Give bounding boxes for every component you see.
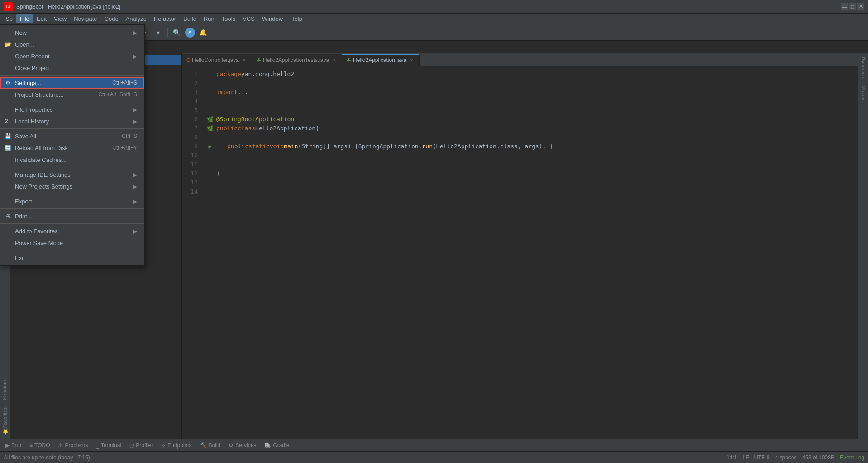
menu-item-open-recent-label: Open Recent [15, 53, 131, 60]
menu-springboot[interactable]: Sp [2, 14, 16, 23]
menu-item-file-properties-label: File Properties [15, 106, 131, 113]
bottom-tab-services[interactable]: ⚙ Services [225, 440, 260, 451]
toolbar-more-btn[interactable]: ▾ [152, 26, 165, 39]
menu-item-settings-shortcut: Ctrl+Alt+S [112, 80, 137, 86]
sidebar-favorites-label[interactable]: ⭐ Favorites [0, 404, 10, 439]
line-numbers: 1 2 3 4 5 6 7 8 9 10 11 12 13 14 [182, 66, 200, 439]
gradle-tab-icon: 🐘 [264, 442, 271, 449]
code-line-3: import ... [205, 88, 853, 97]
bottom-tab-gradle[interactable]: 🐘 Gradle [261, 440, 293, 451]
reload-icon: 🔄 [4, 144, 11, 151]
menu-item-reload[interactable]: 🔄 Reload All from Disk Ctrl+Alt+Y [0, 142, 144, 154]
build-tab-label: Build [209, 442, 221, 449]
menu-item-local-history[interactable]: 2 Local History ▶ [0, 115, 144, 127]
run-arrow-9[interactable]: ▶ [208, 142, 211, 151]
menu-item-add-favorites[interactable]: Add to Favorites ▶ [0, 225, 144, 237]
separator-4 [0, 167, 144, 167]
bottom-tab-todo[interactable]: ≡ TODO [26, 440, 53, 451]
local-history-badge: 2 [5, 118, 8, 124]
menu-navigate[interactable]: Navigate [70, 14, 100, 23]
menu-item-print[interactable]: 🖨 Print... [0, 210, 144, 222]
right-sidebar-maven[interactable]: Maven [858, 82, 868, 104]
code-line-2 [205, 79, 853, 88]
menu-window[interactable]: Window [258, 14, 286, 23]
menu-code[interactable]: Code [101, 14, 122, 23]
menu-item-file-properties[interactable]: File Properties ▶ [0, 104, 144, 115]
profiler-tab-icon: ◷ [129, 442, 134, 449]
menu-item-open[interactable]: 📂 Open... [0, 38, 144, 50]
bottom-tab-endpoints[interactable]: ⊹ Endpoints [157, 440, 195, 451]
separator-1 [0, 75, 144, 76]
menu-analyze[interactable]: Analyze [122, 14, 150, 23]
tab-controller-close[interactable]: ✕ [241, 57, 247, 63]
settings-icon: ⚙ [4, 79, 11, 86]
run-tab-label: Run [11, 442, 21, 449]
bottom-tab-build[interactable]: 🔨 Build [196, 440, 224, 451]
menu-item-open-recent[interactable]: Open Recent ▶ [0, 50, 144, 62]
tab-hello2-app[interactable]: ☘ Hello2Application.java ✕ [342, 54, 420, 66]
profiler-tab-label: Profiler [136, 442, 153, 449]
menu-item-manage-ide[interactable]: Manage IDE Settings ▶ [0, 169, 144, 180]
status-right: 14:1 LF UTF-8 4 spaces 453 of 1008B Even… [721, 454, 864, 461]
toolbar-search-btn[interactable]: 🔍 [171, 26, 183, 39]
menu-item-local-history-label: Local History [15, 118, 131, 125]
right-vsidebar: Database Maven ✓ [858, 53, 868, 439]
sidebar-structure-label[interactable]: Structure [0, 376, 10, 404]
tab-tests-close[interactable]: ✕ [331, 57, 337, 63]
bottom-tab-problems[interactable]: ⚠ Problems [54, 440, 91, 451]
status-lf: LF [743, 454, 749, 461]
tab-hello-controller[interactable]: C HelloController.java ✕ [182, 54, 252, 66]
menu-item-close-project-label: Close Project [15, 65, 137, 71]
maximize-button[interactable]: □ [849, 3, 856, 10]
code-line-14 [205, 187, 853, 196]
toolbar-avatar-btn[interactable]: A [185, 28, 195, 38]
menu-item-exit[interactable]: Exit [0, 252, 144, 264]
app-logo: IJ [4, 2, 13, 11]
menu-item-open-label: Open... [15, 41, 137, 48]
code-line-13 [205, 178, 853, 187]
bottom-tab-profiler[interactable]: ◷ Profiler [126, 440, 157, 451]
menu-build[interactable]: Build [180, 14, 200, 23]
menu-file[interactable]: File [16, 14, 33, 23]
menu-item-invalidate[interactable]: Invalidate Caches... [0, 154, 144, 165]
code-content[interactable]: package yan.dong.hello2; import ... [200, 66, 858, 439]
status-position: 14:1 [726, 454, 737, 461]
bottom-tab-run[interactable]: ▶ Run [2, 440, 25, 451]
editor-tabs: C HelloController.java ✕ ☘ Hello2Applica… [182, 53, 858, 66]
bottom-tab-terminal[interactable]: _ Terminal [92, 440, 125, 451]
code-line-8 [205, 133, 853, 142]
menu-item-project-structure[interactable]: Project Structure... Ctrl+Alt+Shift+S [0, 89, 144, 100]
services-tab-icon: ⚙ [229, 442, 234, 449]
menu-item-new-projects-arrow: ▶ [133, 183, 137, 190]
tab-app-close[interactable]: ✕ [408, 57, 415, 63]
menu-item-export-arrow: ▶ [133, 198, 137, 205]
menu-item-settings[interactable]: ⚙ Settings... Ctrl+Alt+S [0, 77, 144, 89]
bottom-tabs: ▶ Run ≡ TODO ⚠ Problems _ Terminal ◷ Pro… [0, 439, 868, 451]
menu-vcs[interactable]: VCS [239, 14, 258, 23]
menu-view[interactable]: View [50, 14, 70, 23]
menu-help[interactable]: Help [286, 14, 306, 23]
menu-tools[interactable]: Tools [218, 14, 239, 23]
toolbar-notifications-btn[interactable]: 🔔 [197, 26, 210, 39]
status-event-log[interactable]: Event Log [840, 454, 864, 461]
endpoints-tab-label: Endpoints [167, 442, 191, 449]
menu-refactor[interactable]: Refactor [150, 14, 180, 23]
tab-app-label: Hello2Application.java [353, 57, 406, 63]
menu-item-export[interactable]: Export ▶ [0, 195, 144, 207]
menu-item-save-all[interactable]: 💾 Save All Ctrl+S [0, 130, 144, 142]
menu-item-new-label: New [15, 29, 131, 36]
menu-edit[interactable]: Edit [33, 14, 50, 23]
menu-item-new[interactable]: New ▶ [0, 27, 144, 38]
terminal-tab-icon: _ [96, 442, 99, 449]
menu-run[interactable]: Run [200, 14, 218, 23]
menu-item-close-project[interactable]: Close Project [0, 62, 144, 74]
close-button[interactable]: ✕ [857, 3, 864, 10]
menu-item-project-structure-shortcut: Ctrl+Alt+Shift+S [98, 91, 137, 98]
minimize-button[interactable]: — [841, 3, 848, 10]
menu-item-power-save[interactable]: Power Save Mode [0, 237, 144, 249]
menu-item-new-projects[interactable]: New Projects Settings ▶ [0, 180, 144, 192]
code-line-10 [205, 151, 853, 160]
todo-tab-icon: ≡ [29, 442, 33, 449]
code-line-5 [205, 106, 853, 115]
tab-hello2-tests[interactable]: ☘ Hello2ApplicationTests.java ✕ [252, 54, 342, 66]
